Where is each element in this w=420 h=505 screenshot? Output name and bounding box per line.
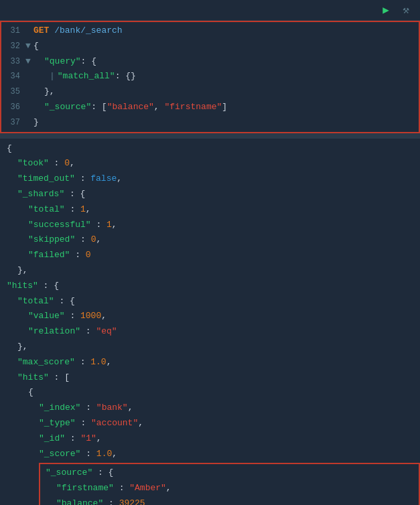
resp-line-total-close: }, xyxy=(0,340,420,355)
url-path: /bank/_search xyxy=(49,24,122,38)
request-line-33: 33 ▼ "query" : { xyxy=(1,54,419,70)
request-line-35: 35 }, xyxy=(1,84,419,100)
editor-container: ▶ ⚒ 31 GET /bank/_search 32 ▼ { 33 ▼ "qu… xyxy=(0,0,420,505)
resp-brace-open: { xyxy=(7,142,12,156)
shards-close-brace: }, xyxy=(17,264,28,278)
key-total-shards: "total" xyxy=(28,203,65,217)
val-type: "account" xyxy=(91,417,138,431)
key-firstname: "firstname" xyxy=(56,482,114,496)
val-relation: "eq" xyxy=(96,325,117,339)
arrow-32: ▼ xyxy=(25,40,32,54)
bracket-close: ] xyxy=(222,100,227,115)
request-line-36: 36 "_source" : [ "balance" , "firstname"… xyxy=(1,100,419,115)
key-match-all: "match_all" xyxy=(58,70,115,84)
val-index: "bank" xyxy=(96,401,128,415)
resp-line-timed-out: "timed_out" : false , xyxy=(0,171,420,187)
resp-line-hits-arr: "hits" : [ xyxy=(0,370,420,386)
key-relation: "relation" xyxy=(28,325,80,339)
val-skipped: 0 xyxy=(91,233,96,247)
arrow-31 xyxy=(25,24,32,38)
scrollbar-area xyxy=(0,133,420,139)
val-value: 1000 xyxy=(80,309,101,323)
request-panel: 31 GET /bank/_search 32 ▼ { 33 ▼ "query"… xyxy=(0,21,420,133)
resp-line-firstname: "firstname" : "Amber" , xyxy=(40,481,419,496)
resp-line-shards: "_shards" : { xyxy=(0,187,420,202)
request-line-32: 32 ▼ { xyxy=(1,39,419,54)
key-skipped: "skipped" xyxy=(28,233,75,247)
key-max-score: "max_score" xyxy=(17,356,75,370)
key-source-resp: "_source" xyxy=(46,466,92,480)
total-close-brace: }, xyxy=(17,340,28,354)
val-score: 1.0 xyxy=(96,447,112,461)
resp-line-type: "_type" : "account" , xyxy=(0,416,420,431)
key-source: "_source" xyxy=(44,100,91,115)
resp-line-hits-total: "total" : { xyxy=(0,294,420,309)
request-line-37: 37 } xyxy=(1,115,419,131)
val-successful: 1 xyxy=(107,218,112,232)
key-hits-obj: "hits" xyxy=(7,279,38,293)
resp-line-successful: "successful" : 1 , xyxy=(0,218,420,233)
settings-button[interactable]: ⚒ xyxy=(399,3,413,17)
key-index: "_index" xyxy=(39,401,80,415)
bar-34: | xyxy=(50,70,55,84)
line-num-33: 33 xyxy=(1,56,20,68)
hit-open-brace: { xyxy=(28,386,33,400)
val-balance: "balance" xyxy=(107,100,154,115)
resp-line-index: "_index" : "bank" , xyxy=(0,401,420,416)
line-num-37: 37 xyxy=(1,117,20,129)
key-shards: "_shards" xyxy=(17,188,64,202)
arrow-37 xyxy=(25,116,32,130)
resp-line-hit-open: { xyxy=(0,385,420,401)
key-id: "_id" xyxy=(39,432,65,446)
request-line-34: 34 | "match_all" : {} xyxy=(1,69,419,84)
key-hits-arr: "hits" xyxy=(17,371,49,385)
resp-line-value: "value" : 1000 , xyxy=(0,309,420,324)
resp-line-hits-obj: "hits" : { xyxy=(0,279,420,294)
line-num-35: 35 xyxy=(1,86,20,98)
key-score: "_score" xyxy=(39,447,80,461)
colon-took: : xyxy=(49,157,64,171)
key-balance: "balance" xyxy=(56,497,103,505)
arrow-34 xyxy=(25,70,32,84)
play-icon: ▶ xyxy=(382,3,389,17)
request-line-31: 31 GET /bank/_search xyxy=(1,23,419,39)
resp-line-id: "_id" : "1" , xyxy=(0,431,420,447)
key-failed: "failed" xyxy=(28,248,70,263)
val-took: 0 xyxy=(64,157,70,171)
key-timed-out: "timed_out" xyxy=(17,172,75,186)
resp-line-source-open: "_source" : { xyxy=(40,465,419,481)
settings-icon: ⚒ xyxy=(403,3,409,17)
resp-line-1: { xyxy=(0,141,420,157)
response-panel: { "took" : 0 , "timed_out" : false , "_s… xyxy=(0,139,420,505)
arrow-33: ▼ xyxy=(25,55,32,69)
resp-line-score: "_score" : 1.0 , xyxy=(0,447,420,462)
resp-line-took: "took" : 0 , xyxy=(0,156,420,171)
arrow-36 xyxy=(25,100,32,115)
val-total-shards: 1 xyxy=(80,203,86,217)
resp-line-shards-close: }, xyxy=(0,263,420,279)
resp-line-balance: "balance" : 39225 xyxy=(40,496,419,505)
play-button[interactable]: ▶ xyxy=(378,3,393,17)
key-successful: "successful" xyxy=(28,218,91,232)
close-35: }, xyxy=(44,85,55,99)
resp-line-total-shards: "total" : 1 , xyxy=(0,202,420,218)
brace-close-37: } xyxy=(33,116,39,130)
resp-line-failed: "failed" : 0 xyxy=(0,248,420,263)
val-balance-resp: 39225 xyxy=(119,497,145,505)
line-num-32: 32 xyxy=(1,40,20,53)
val-id: "1" xyxy=(80,432,96,446)
key-value: "value" xyxy=(28,309,65,323)
brace-open: { xyxy=(33,40,39,54)
key-query: "query" xyxy=(44,55,81,69)
val-failed: 0 xyxy=(86,248,91,263)
source-box-container: "_source" : { "firstname" : "Amber" , "b… xyxy=(39,463,420,505)
key-type: "_type" xyxy=(39,417,76,431)
colon-36: : xyxy=(91,100,102,115)
method: GET xyxy=(33,24,49,38)
val-firstname: "Amber" xyxy=(129,482,166,496)
toolbar: ▶ ⚒ xyxy=(0,0,420,21)
line-num-36: 36 xyxy=(1,101,20,114)
line-num-34: 34 xyxy=(1,70,20,83)
colon-34: : {} xyxy=(115,70,136,84)
resp-line-max-score: "max_score" : 1.0 , xyxy=(0,355,420,370)
